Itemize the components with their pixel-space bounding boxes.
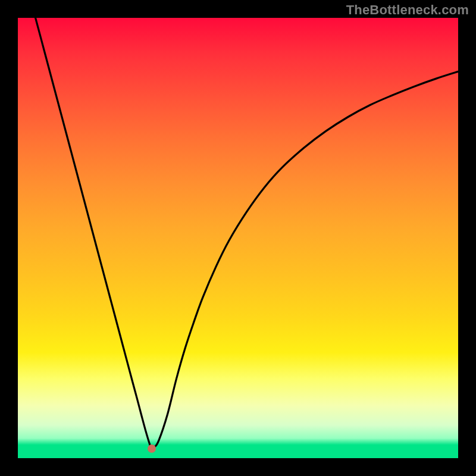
marker-dot — [148, 444, 156, 453]
chart-canvas: TheBottleneck.com — [0, 0, 476, 476]
curve-layer — [18, 18, 458, 458]
plot-area — [18, 18, 458, 458]
watermark: TheBottleneck.com — [346, 2, 469, 18]
bottleneck-curve — [36, 18, 458, 449]
